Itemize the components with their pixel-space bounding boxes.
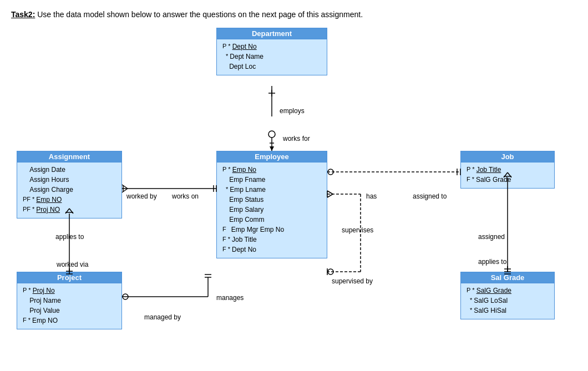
entity-job: Job P*Job Title F*SalG Grade	[460, 151, 555, 189]
department-title: Department	[217, 28, 327, 39]
svg-line-29	[327, 194, 333, 197]
assignment-body: Assign Date Assign Hours Assign Charge P…	[17, 162, 121, 218]
entity-employee: Employee P*Emp No Emp Fname *Emp Lname E…	[216, 151, 327, 258]
works-on-label: works on	[172, 192, 199, 200]
worked-via-label: worked via	[57, 261, 88, 268]
task-header: Task2: Use the data model shown below to…	[11, 10, 577, 19]
svg-point-31	[328, 269, 333, 275]
svg-line-28	[327, 191, 333, 194]
job-title: Job	[461, 151, 554, 162]
works-for-label: works for	[283, 135, 310, 143]
svg-point-3	[268, 131, 275, 138]
task-label: Task2:	[11, 10, 35, 19]
assigned-to-label: assigned to	[413, 192, 447, 200]
supervised-by-label: supervised by	[332, 277, 373, 285]
svg-line-8	[122, 185, 128, 189]
sal-grade-title: Sal Grade	[461, 272, 554, 283]
applies-to-top-label: applies to	[55, 233, 84, 241]
employee-body: P*Emp No Emp Fname *Emp Lname Emp Status…	[217, 162, 327, 258]
job-body: P*Job Title F*SalG Grade	[461, 162, 554, 188]
task-text: Use the data model shown below to answer…	[37, 10, 363, 19]
svg-point-34	[328, 169, 333, 175]
worked-by-label: worked by	[126, 192, 157, 200]
employs-label: employs	[280, 107, 305, 115]
sal-grade-body: P*SalG Grade *SalG LoSal *SalG HiSal	[461, 283, 554, 319]
svg-marker-5	[270, 146, 274, 151]
project-title: Project	[17, 272, 121, 283]
svg-point-22	[123, 294, 128, 299]
page: Task2: Use the data model shown below to…	[0, 0, 588, 39]
dept-attr-2: *Dept Name	[222, 52, 321, 62]
managed-by-label: managed by	[144, 313, 181, 321]
supervises-label: supervises	[342, 226, 373, 234]
project-body: P*Proj No Proj Name Proj Value F*Emp NO	[17, 283, 121, 329]
department-body: P*Dept No *Dept Name Dept Loc	[217, 39, 327, 75]
svg-line-9	[122, 189, 128, 192]
employee-title: Employee	[217, 151, 327, 162]
entity-department: Department P*Dept No *Dept Name Dept Loc	[216, 28, 327, 75]
entity-sal-grade: Sal Grade P*SalG Grade *SalG LoSal *SalG…	[460, 272, 555, 319]
entity-assignment: Assignment Assign Date Assign Hours Assi…	[17, 151, 122, 218]
assignment-title: Assignment	[17, 151, 121, 162]
dept-attr-3: Dept Loc	[222, 62, 321, 72]
dept-attr-1: P*Dept No	[222, 42, 321, 52]
manages-label: manages	[216, 294, 244, 302]
applies-to-bottom-label: applies to	[478, 258, 506, 266]
has-label: has	[366, 192, 377, 200]
assigned-label: assigned	[478, 233, 505, 241]
entity-project: Project P*Proj No Proj Name Proj Value F…	[17, 272, 122, 329]
